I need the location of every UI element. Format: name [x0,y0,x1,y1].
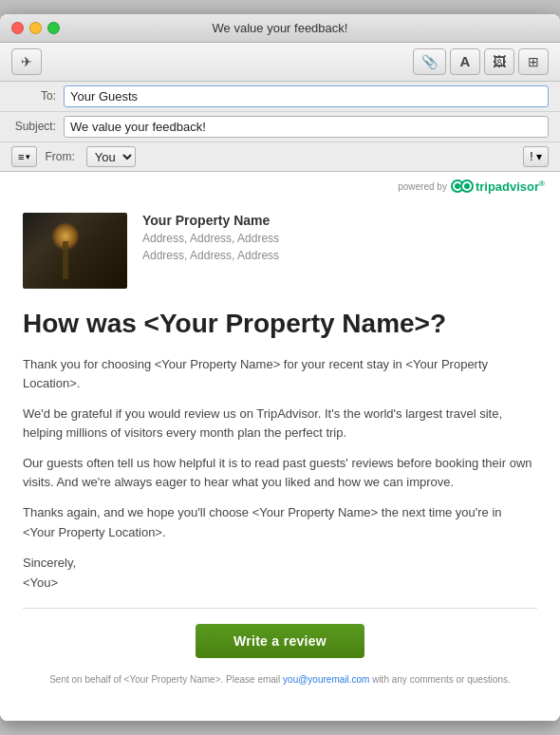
subject-row: Subject: [0,112,560,142]
close-button[interactable] [11,22,24,34]
from-row: ≡ ▾ From: You ! ▾ [0,142,560,171]
email-window: We value your feedback! ✈ 📎 A 🖼 ⊞ To: [0,14,560,722]
property-info: Your Property Name Address, Address, Add… [142,213,537,264]
paperclip-icon: 📎 [421,54,438,69]
menu-icon: ≡ [18,151,24,162]
minimize-button[interactable] [29,22,42,34]
image-button[interactable]: 🖼 [484,48,514,75]
menu-chevron: ▾ [26,152,30,161]
review-btn-container: Write a review [23,624,537,658]
trademark-symbol: ® [539,179,545,188]
powered-by-bar: powered by tripadvisor® [0,172,560,198]
window-title: We value your feedback! [213,21,348,35]
to-input[interactable] [64,85,549,107]
property-address-line1: Address, Address, Address [142,230,537,247]
divider [23,608,537,609]
attach-button[interactable]: 📎 [413,48,446,75]
subject-label: Subject: [11,120,64,133]
main-heading: How was <Your Property Name>? [23,308,537,340]
from-right: ! ▾ [523,146,549,167]
property-header: Your Property Name Address, Address, Add… [23,213,537,289]
write-review-button[interactable]: Write a review [196,624,364,658]
signature: Sincerely, <You> [23,554,537,594]
ta-name: tripadvisor® [476,179,545,194]
exclamation-icon: ! ▾ [530,150,542,163]
menu-button[interactable]: ≡ ▾ [11,146,37,167]
body-paragraph-4: Thanks again, and we hope you'll choose … [23,503,537,541]
signature-line1: Sincerely, [23,554,537,574]
property-image [23,213,127,289]
ta-circles [451,179,474,193]
toolbar: ✈ 📎 A 🖼 ⊞ [0,43,560,82]
tripadvisor-logo: tripadvisor® [451,179,545,194]
window-button[interactable]: ⊞ [518,48,549,75]
toolbar-left: ✈ [11,48,42,75]
email-footer: Sent on behalf of <Your Property Name>. … [23,673,537,702]
subject-input[interactable] [64,116,549,138]
font-button[interactable]: A [450,48,480,75]
window-controls [11,22,60,34]
signature-line2: <You> [23,574,537,594]
send-button[interactable]: ✈ [11,48,42,75]
image-icon: 🖼 [493,54,506,69]
font-icon: A [460,53,471,69]
maximize-button[interactable] [47,22,60,34]
powered-text: powered by [398,181,447,192]
body-paragraph-1: Thank you for choosing <Your Property Na… [23,355,537,393]
header-fields: To: Subject: ≡ ▾ From: You ! ▾ [0,82,560,172]
email-body-area: powered by tripadvisor® Your Property Na… [0,172,560,722]
body-paragraph-2: We'd be grateful if you would review us … [23,405,537,443]
to-label: To: [11,89,64,103]
title-bar: We value your feedback! [0,14,560,43]
from-label: From: [41,150,82,163]
priority-button[interactable]: ! ▾ [523,146,549,167]
window-icon: ⊞ [528,54,539,69]
email-content: Your Property Name Address, Address, Add… [0,198,560,721]
footer-text-before: Sent on behalf of <Your Property Name>. … [49,674,283,685]
footer-text-after: with any comments or questions. [369,674,510,685]
toolbar-right: 📎 A 🖼 ⊞ [413,48,549,75]
to-row: To: [0,82,560,112]
property-name: Your Property Name [142,213,537,228]
send-icon: ✈ [21,54,32,69]
body-paragraph-3: Our guests often tell us how helpful it … [23,454,537,492]
property-address-line2: Address, Address, Address [142,247,537,264]
from-select[interactable]: You [86,146,136,167]
from-left: ≡ ▾ From: You [11,146,136,167]
footer-email-link[interactable]: you@youremail.com [283,674,369,685]
ta-circle-right [460,179,474,193]
